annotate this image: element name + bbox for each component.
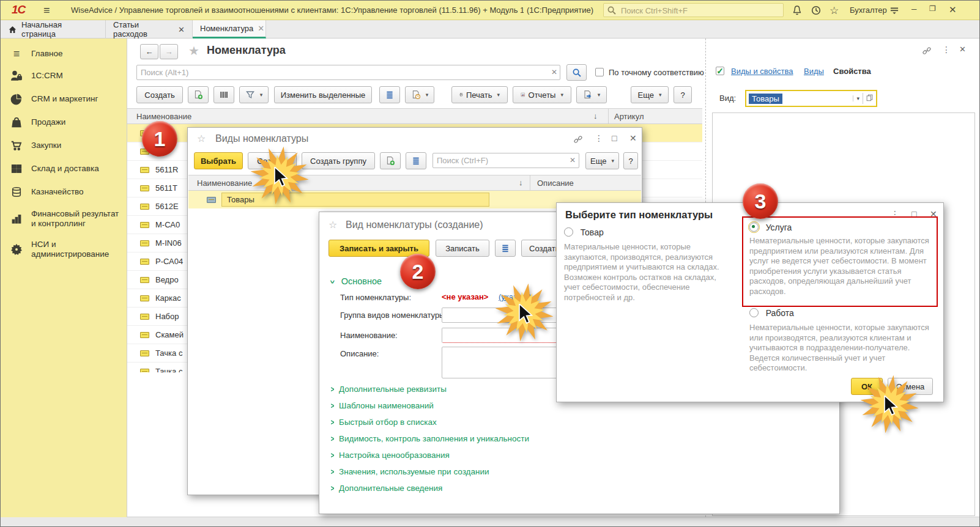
radio-icon[interactable] <box>749 308 759 317</box>
get-link-icon[interactable] <box>573 135 583 144</box>
more-button[interactable]: Еще▾ <box>631 86 669 103</box>
register-list-button[interactable] <box>406 152 426 169</box>
select-button[interactable]: Выбрать <box>194 152 243 169</box>
more-menu-icon[interactable]: ⋮ <box>595 133 604 143</box>
favorites-icon[interactable]: ☆ <box>830 4 839 17</box>
reports-label: Отчеты <box>529 90 556 100</box>
radio-selected-icon[interactable] <box>749 223 759 232</box>
global-search-placeholder: Поиск Ctrl+Shift+F <box>621 6 688 15</box>
tab-close-icon[interactable]: ✕ <box>178 25 185 34</box>
sidebar-item-nsi-admin[interactable]: НСИ и администрирование <box>1 234 127 265</box>
sidebar-item-main[interactable]: ≡Главное <box>1 43 127 64</box>
combo-open-icon[interactable] <box>863 93 876 104</box>
sidebar-item-crm-marketing[interactable]: CRM и маркетинг <box>1 87 127 111</box>
section-creation-values[interactable]: >Значения, используемые при создании <box>330 467 489 476</box>
list-header[interactable]: Наименование ↓ Артикул <box>127 108 702 124</box>
close-app-icon[interactable]: ✕ <box>949 4 957 15</box>
current-user[interactable]: Бухгалтер <box>850 6 887 15</box>
row-name: 5612E <box>155 202 179 211</box>
types-link[interactable]: Виды <box>804 67 824 76</box>
tab-nomenclature[interactable]: Номенклатура ✕ <box>193 20 266 39</box>
close-dialog-icon[interactable]: ✕ <box>629 133 637 143</box>
item-icon <box>140 369 149 373</box>
list-search-input[interactable] <box>136 65 560 80</box>
reports-button[interactable]: Отчеты▾ <box>513 86 571 103</box>
sidebar-item-financial-result[interactable]: Финансовый результат и контроллинг <box>1 204 127 234</box>
barcode-icon <box>219 90 229 100</box>
search-icon <box>572 68 582 78</box>
combo-dropdown-icon[interactable]: ▾ <box>853 95 863 101</box>
help-button[interactable]: ? <box>623 152 638 169</box>
section-additional-info[interactable]: >Дополнительные сведения <box>330 484 442 493</box>
tab-expense-items[interactable]: Статьи расходов ✕ <box>106 20 193 39</box>
row-name: М-СА0 <box>155 220 180 229</box>
create-copy-button[interactable] <box>188 86 209 103</box>
option-tovar[interactable]: Товар Материальные ценности, которые зак… <box>564 227 734 303</box>
vid-combobox[interactable]: Товары ▾ <box>745 90 877 107</box>
edit-selected-button[interactable]: Изменить выделенные <box>274 86 372 103</box>
more-label: Еще <box>638 90 654 100</box>
favorite-star-icon[interactable]: ☆ <box>197 133 206 144</box>
dialog-search-input[interactable] <box>432 153 579 168</box>
section-main-header[interactable]: > Основное <box>330 276 382 286</box>
create-copy-button[interactable] <box>380 152 401 169</box>
option-rabota[interactable]: Работа Нематериальные ценности, которые … <box>749 308 939 374</box>
column-name[interactable]: Наименование <box>136 112 191 121</box>
sidebar-item-label: Казначейство <box>31 187 84 197</box>
section-additional-attributes[interactable]: >Дополнительные реквизиты <box>330 385 447 394</box>
notifications-icon[interactable] <box>792 5 803 16</box>
sidebar-item-warehouse[interactable]: Склад и доставка <box>1 157 127 180</box>
item-icon <box>140 332 149 338</box>
forward-button[interactable]: → <box>160 44 178 59</box>
item-icon <box>140 185 149 191</box>
types-and-properties-link[interactable]: Виды и свойства <box>731 67 793 76</box>
history-icon[interactable] <box>811 5 822 16</box>
restore-icon[interactable]: ❐ <box>929 4 936 13</box>
sidebar-item-treasury[interactable]: Казначейство <box>1 180 127 204</box>
sidebar-item-sales[interactable]: Продажи <box>1 111 127 134</box>
click-highlight-create <box>250 146 309 205</box>
back-button[interactable]: ← <box>140 44 158 59</box>
create-group-button[interactable]: Создать группу <box>302 152 375 169</box>
global-search[interactable]: Поиск Ctrl+Shift+F <box>603 3 784 17</box>
filter-button[interactable]: ▾ <box>239 86 269 103</box>
maximize-icon[interactable]: □ <box>612 133 617 143</box>
section-visibility-control[interactable]: >Видимость, контроль заполнения и уникал… <box>330 434 529 443</box>
barcode-button[interactable] <box>213 86 234 103</box>
panel-visible-checkbox[interactable]: ✓ <box>716 67 724 75</box>
dropdown-caret-icon: ▾ <box>659 92 662 98</box>
doc-history-button[interactable]: ▾ <box>405 86 434 103</box>
tab-home[interactable]: Начальная страница <box>1 20 106 39</box>
favorites-panel-icon[interactable] <box>889 5 900 16</box>
clear-search-icon[interactable]: ✕ <box>570 156 576 164</box>
option-usluga[interactable]: Услуга Нематериальные ценности, которые … <box>749 223 932 297</box>
export-button[interactable]: ▾ <box>576 86 607 103</box>
favorite-star-icon[interactable]: ★ <box>188 43 199 58</box>
help-button[interactable]: ? <box>674 86 692 103</box>
register-list-button[interactable] <box>495 240 516 257</box>
radio-icon[interactable] <box>564 227 573 237</box>
section-name-templates[interactable]: >Шаблоны наименований <box>330 401 434 410</box>
more-button[interactable]: Еще▾ <box>585 152 619 169</box>
minimize-icon[interactable]: – <box>911 3 916 13</box>
vid-selected-value: Товары <box>749 94 782 104</box>
search-button[interactable] <box>566 64 587 81</box>
print-button[interactable]: Печать▾ <box>451 86 508 103</box>
column-name[interactable]: Наименование <box>197 179 252 188</box>
column-article[interactable]: Артикул <box>614 112 644 121</box>
sidebar-item-1c-crm[interactable]: 1С:CRM <box>1 64 127 87</box>
main-menu-icon[interactable]: ≡ <box>43 4 50 17</box>
chevron-right-icon: > <box>331 451 335 460</box>
item-icon <box>140 314 149 320</box>
section-pricing[interactable]: >Настройка ценообразования <box>330 451 450 460</box>
create-button[interactable]: Создать <box>136 86 183 103</box>
save-button[interactable]: Записать <box>436 240 489 257</box>
sidebar-item-purchases[interactable]: Закупки <box>1 134 127 157</box>
favorite-star-icon[interactable]: ☆ <box>329 219 337 230</box>
clear-search-icon[interactable]: ✕ <box>551 68 557 76</box>
section-quick-filter[interactable]: >Быстрый отбор в списках <box>330 418 437 427</box>
tab-close-icon[interactable]: ✕ <box>258 24 264 33</box>
exact-match-checkbox[interactable] <box>595 68 604 76</box>
register-list-button[interactable] <box>379 86 400 103</box>
column-description[interactable]: Описание <box>537 179 574 188</box>
